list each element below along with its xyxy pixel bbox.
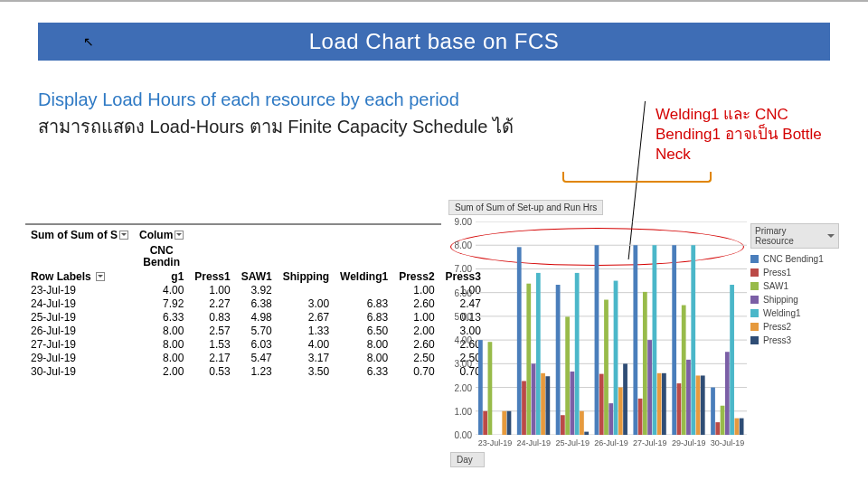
svg-rect-24	[565, 316, 570, 435]
legend-item[interactable]: Press1	[750, 266, 839, 279]
legend-item[interactable]: Welding1	[750, 306, 839, 320]
legend-item[interactable]: SAW1	[750, 279, 839, 293]
svg-rect-56	[740, 419, 744, 435]
chevron-down-icon[interactable]	[96, 272, 105, 281]
bottleneck-annotation: Welding1 และ CNC Bending1 อาจเป็น Bottle…	[656, 105, 832, 165]
svg-rect-48	[696, 375, 701, 435]
svg-rect-55	[734, 419, 739, 435]
annotation-brace	[562, 172, 712, 183]
svg-rect-17	[526, 284, 531, 435]
svg-rect-40	[652, 245, 656, 435]
pivot-column-headers: Row Labels g1 Press1 SAW1 Shipping Weldi…	[25, 268, 486, 283]
legend-item[interactable]: Press2	[750, 320, 839, 334]
svg-rect-33	[614, 281, 618, 435]
chart-plot-area: 0.001.002.003.004.005.006.007.008.009.00…	[476, 221, 747, 435]
page-title: Load Chart base on FCS	[38, 23, 830, 61]
svg-rect-35	[623, 363, 627, 435]
svg-rect-45	[682, 306, 686, 435]
svg-rect-25	[571, 372, 575, 435]
table-row: 25-Jul-196.330.834.982.676.831.000.13	[25, 310, 486, 324]
svg-rect-34	[618, 388, 623, 435]
svg-rect-54	[730, 285, 734, 435]
table-row: 24-Jul-197.922.276.383.006.832.602.47	[25, 297, 486, 310]
svg-rect-42	[662, 373, 666, 435]
load-chart: Sum of Sum of Set-up and Run Hrs 0.001.0…	[448, 200, 839, 467]
table-row: 30-Jul-192.000.531.233.506.330.700.70	[25, 364, 486, 378]
svg-rect-23	[561, 415, 565, 435]
chart-y-axis: 0.001.002.003.004.005.006.007.008.009.00	[448, 221, 474, 435]
svg-rect-36	[633, 245, 637, 435]
svg-rect-32	[609, 403, 613, 435]
chevron-down-icon[interactable]	[175, 231, 184, 240]
svg-rect-22	[556, 285, 561, 435]
svg-rect-29	[595, 245, 599, 435]
pivot-column-field[interactable]: Colum	[134, 225, 189, 241]
svg-rect-50	[711, 388, 715, 435]
chevron-down-icon[interactable]	[119, 231, 128, 240]
x-axis-field-selector[interactable]: Day	[450, 452, 485, 467]
svg-rect-15	[517, 247, 522, 435]
pivot-table: Sum of Sum of S Colum CNCBendin Row Labe…	[25, 223, 441, 378]
svg-rect-53	[725, 352, 730, 435]
svg-rect-19	[536, 273, 541, 435]
svg-rect-26	[575, 273, 580, 435]
svg-rect-20	[541, 373, 545, 435]
svg-rect-47	[691, 245, 695, 435]
svg-rect-44	[677, 383, 682, 435]
chart-svg	[476, 221, 747, 435]
svg-rect-43	[672, 245, 676, 435]
legend-item[interactable]: Shipping	[750, 293, 839, 306]
legend-item[interactable]: CNC Bending1	[750, 252, 839, 266]
pivot-row-field[interactable]: Row Labels	[25, 268, 134, 283]
svg-rect-52	[721, 406, 725, 435]
svg-rect-10	[478, 340, 483, 435]
legend-field-selector[interactable]: Primary Resource	[750, 223, 839, 249]
svg-rect-13	[502, 411, 506, 435]
svg-rect-51	[715, 422, 720, 435]
chart-title: Sum of Sum of Set-up and Run Hrs	[448, 200, 603, 215]
svg-rect-12	[488, 342, 493, 435]
svg-rect-11	[483, 411, 487, 435]
svg-rect-38	[643, 292, 647, 435]
svg-rect-16	[522, 381, 526, 435]
table-row: 27-Jul-198.001.536.034.008.002.602.60	[25, 337, 486, 351]
table-row: 23-Jul-194.001.003.921.001.00	[25, 283, 486, 297]
chart-x-axis: 23-Jul-1924-Jul-1925-Jul-1926-Jul-1927-J…	[476, 435, 747, 447]
pivot-measure-field[interactable]: Sum of Sum of S	[25, 225, 134, 241]
svg-rect-30	[599, 374, 604, 435]
svg-rect-21	[545, 376, 550, 435]
svg-rect-39	[647, 340, 652, 435]
svg-rect-37	[638, 399, 643, 435]
svg-rect-18	[532, 363, 536, 435]
mouse-cursor-icon: ↖	[83, 34, 94, 49]
svg-rect-27	[580, 411, 584, 435]
svg-rect-46	[686, 360, 691, 435]
legend-item[interactable]: Press3	[750, 334, 839, 347]
svg-rect-41	[657, 373, 662, 435]
svg-rect-49	[701, 375, 705, 435]
table-row: 29-Jul-198.002.175.473.178.002.502.50	[25, 351, 486, 364]
chevron-down-icon	[827, 234, 835, 241]
svg-rect-14	[507, 411, 512, 435]
svg-rect-31	[604, 300, 609, 435]
table-row: 26-Jul-198.002.575.701.336.502.003.00	[25, 324, 486, 337]
pivot-col-0: CNCBendin	[134, 241, 189, 268]
chart-legend: Primary Resource CNC Bending1Press1SAW1S…	[750, 223, 839, 347]
